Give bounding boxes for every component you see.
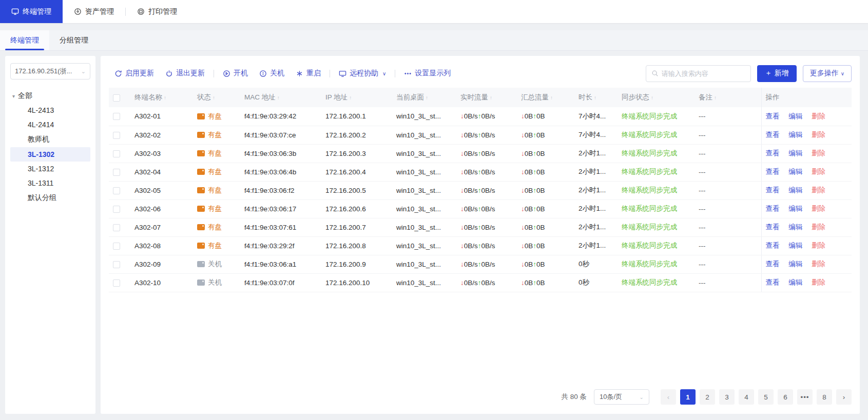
delete-link[interactable]: 删除	[812, 260, 825, 268]
tree-item-4l-2414[interactable]: 4L-2414	[10, 117, 90, 132]
page-size-select[interactable]: 10条/页 ⌄	[594, 389, 649, 405]
sort-icon[interactable]: ↑	[714, 95, 717, 101]
row-checkbox[interactable]	[113, 206, 120, 213]
tree-item-3l-1311[interactable]: 3L-1311	[10, 176, 90, 190]
view-link[interactable]: 查看	[766, 131, 780, 138]
view-link[interactable]: 查看	[766, 186, 780, 194]
sort-icon[interactable]: ↑	[651, 95, 653, 101]
table-row[interactable]: A302-07 有盘 f4:f1:9e:03:07:61 172.16.200.…	[109, 218, 852, 236]
page-button-3[interactable]: 3	[719, 389, 735, 405]
row-checkbox[interactable]	[113, 150, 120, 157]
view-link[interactable]: 查看	[766, 168, 780, 175]
prev-page-button[interactable]: ‹	[661, 389, 676, 405]
col-header-sync[interactable]: 同步状态↑	[618, 88, 695, 107]
table-row[interactable]: A302-03 有盘 f4:f1:9e:03:06:3b 172.16.200.…	[109, 144, 852, 163]
page-button-5[interactable]: 5	[758, 389, 774, 405]
row-checkbox[interactable]	[113, 279, 120, 287]
delete-link[interactable]: 删除	[812, 149, 825, 157]
table-row[interactable]: A302-01 有盘 f4:f1:9e:03:29:42 172.16.200.…	[109, 107, 852, 126]
exit-update-button[interactable]: 退出更新	[160, 69, 210, 78]
nav-asset-management[interactable]: 资产管理	[63, 0, 125, 23]
delete-link[interactable]: 删除	[812, 112, 825, 120]
tree-item-3l-1302[interactable]: 3L-1302	[10, 147, 90, 162]
delete-link[interactable]: 删除	[812, 186, 825, 194]
view-link[interactable]: 查看	[766, 223, 780, 231]
edit-link[interactable]: 编辑	[788, 186, 802, 194]
view-link[interactable]: 查看	[766, 112, 780, 120]
sort-icon[interactable]: ↑	[594, 95, 596, 101]
delete-link[interactable]: 删除	[812, 242, 825, 249]
edit-link[interactable]: 编辑	[788, 112, 802, 120]
power-off-button[interactable]: 关机	[254, 69, 290, 78]
row-checkbox[interactable]	[113, 113, 120, 120]
view-link[interactable]: 查看	[766, 260, 780, 268]
page-button-6[interactable]: 6	[778, 389, 793, 405]
row-checkbox[interactable]	[113, 187, 120, 194]
delete-link[interactable]: 删除	[812, 168, 825, 175]
sort-icon[interactable]: ↑	[349, 95, 352, 101]
tree-item-3l-1312[interactable]: 3L-1312	[10, 162, 90, 176]
row-checkbox[interactable]	[113, 224, 120, 231]
edit-link[interactable]: 编辑	[788, 168, 802, 175]
view-link[interactable]: 查看	[766, 278, 780, 286]
page-button-4[interactable]: 4	[739, 389, 754, 405]
view-link[interactable]: 查看	[766, 205, 780, 212]
col-header-desktop[interactable]: 当前桌面↑	[392, 88, 456, 107]
nav-print-management[interactable]: 打印管理	[126, 0, 188, 23]
table-row[interactable]: A302-06 有盘 f4:f1:9e:03:06:17 172.16.200.…	[109, 199, 852, 218]
edit-link[interactable]: 编辑	[788, 131, 802, 138]
delete-link[interactable]: 删除	[812, 205, 825, 212]
view-link[interactable]: 查看	[766, 242, 780, 249]
sort-icon[interactable]: ↑	[164, 95, 166, 101]
search-input[interactable]	[662, 70, 745, 77]
tab-group-management[interactable]: 分组管理	[49, 30, 99, 50]
tree-item-default-group[interactable]: 默认分组	[10, 190, 90, 206]
sort-icon[interactable]: ↑	[277, 95, 280, 101]
table-row[interactable]: A302-10 关机 f4:f1:9e:03:07:0f 172.16.200.…	[109, 273, 852, 292]
add-button[interactable]: ＋ 新增	[757, 65, 797, 82]
table-row[interactable]: A302-08 有盘 f4:f1:9e:03:29:2f 172.16.200.…	[109, 236, 852, 255]
tree-item-teacher[interactable]: 教师机	[10, 132, 90, 147]
col-header-duration[interactable]: 时长↑	[574, 88, 618, 107]
sort-icon[interactable]: ↑	[213, 95, 215, 101]
power-on-button[interactable]: 开机	[217, 69, 254, 78]
caret-down-icon[interactable]: ▾	[12, 93, 15, 99]
table-row[interactable]: A302-04 有盘 f4:f1:9e:03:06:4b 172.16.200.…	[109, 163, 852, 181]
page-button-8[interactable]: 8	[817, 389, 832, 405]
delete-link[interactable]: 删除	[812, 223, 825, 231]
page-button-1[interactable]: 1	[680, 389, 696, 405]
server-select[interactable]: 172.16.90.251(浙... ⌄	[10, 63, 90, 79]
tree-item-4l-2413[interactable]: 4L-2413	[10, 103, 90, 117]
restart-button[interactable]: 重启	[290, 69, 326, 78]
edit-link[interactable]: 编辑	[788, 260, 802, 268]
edit-link[interactable]: 编辑	[788, 205, 802, 212]
next-page-button[interactable]: ›	[836, 389, 852, 405]
col-header-mac[interactable]: MAC 地址↑	[240, 88, 321, 107]
sort-icon[interactable]: ↑	[490, 95, 492, 101]
row-checkbox[interactable]	[113, 261, 120, 268]
table-row[interactable]: A302-09 关机 f4:f1:9e:03:06:a1 172.16.200.…	[109, 255, 852, 273]
row-checkbox[interactable]	[113, 243, 120, 250]
row-checkbox[interactable]	[113, 169, 120, 176]
tree-root-all[interactable]: ▾ 全部	[10, 89, 90, 103]
set-columns-button[interactable]: 设置显示列	[398, 69, 456, 78]
more-actions-button[interactable]: 更多操作 ∨	[803, 65, 852, 82]
tab-terminal-management[interactable]: 终端管理	[0, 30, 49, 50]
col-header-total[interactable]: 汇总流量↑	[517, 88, 574, 107]
delete-link[interactable]: 删除	[812, 278, 825, 286]
col-header-name[interactable]: 终端名称↑	[130, 88, 193, 107]
col-header-ip[interactable]: IP 地址↑	[321, 88, 392, 107]
delete-link[interactable]: 删除	[812, 131, 825, 138]
sort-icon[interactable]: ↑	[426, 95, 428, 101]
table-row[interactable]: A302-05 有盘 f4:f1:9e:03:06:f2 172.16.200.…	[109, 181, 852, 199]
sort-icon[interactable]: ↑	[550, 95, 553, 101]
view-link[interactable]: 查看	[766, 149, 780, 157]
select-all-checkbox[interactable]	[113, 94, 120, 102]
edit-link[interactable]: 编辑	[788, 149, 802, 157]
nav-terminal-management[interactable]: 终端管理	[0, 0, 63, 23]
remote-assist-button[interactable]: 远程协助 ∨	[333, 69, 392, 78]
row-checkbox[interactable]	[113, 132, 120, 139]
edit-link[interactable]: 编辑	[788, 278, 802, 286]
col-header-realtime[interactable]: 实时流量↑	[456, 88, 517, 107]
edit-link[interactable]: 编辑	[788, 242, 802, 249]
